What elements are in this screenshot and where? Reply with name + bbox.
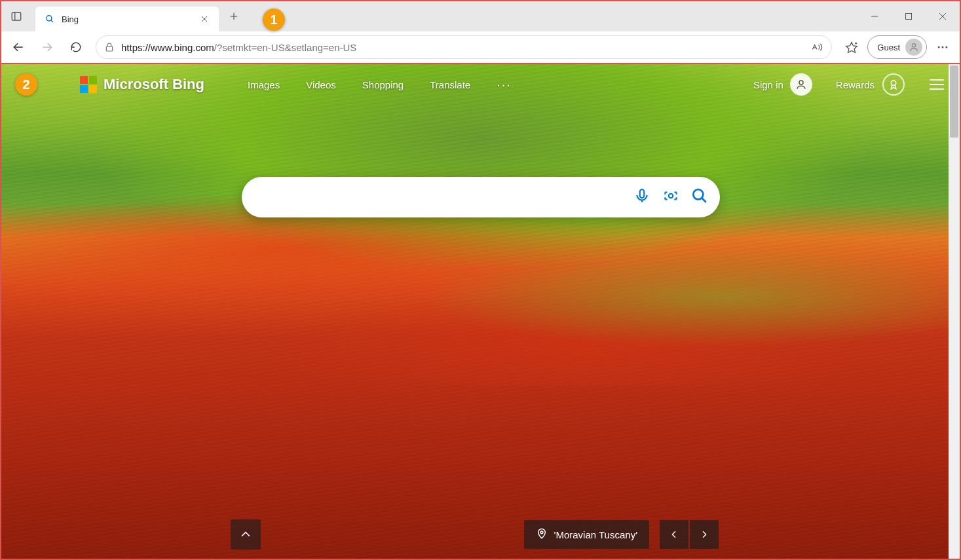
svg-rect-0 — [12, 12, 21, 20]
user-icon — [790, 73, 812, 96]
favorites-button[interactable] — [839, 34, 865, 60]
location-pin-icon — [536, 528, 548, 542]
more-button[interactable] — [930, 34, 956, 60]
annotation-marker-1: 1 — [263, 9, 285, 31]
svg-point-25 — [668, 194, 673, 198]
new-tab-button[interactable] — [224, 7, 244, 26]
search-box[interactable] — [242, 177, 720, 217]
svg-marker-15 — [846, 43, 857, 53]
close-tab-button[interactable] — [197, 11, 212, 27]
svg-point-26 — [693, 189, 703, 199]
svg-rect-24 — [639, 189, 644, 198]
bing-wordmark: Microsoft Bing — [104, 76, 204, 93]
browser-chrome: Bing https://www.bing.com/?setmk — [0, 0, 961, 64]
image-search-icon[interactable] — [662, 187, 679, 207]
tab-title: Bing — [62, 14, 190, 24]
bing-header: Microsoft Bing Images Videos Shopping Tr… — [1, 73, 948, 96]
tab-bar: Bing — [1, 1, 960, 31]
browser-tab[interactable]: Bing — [35, 7, 219, 31]
page-content: Microsoft Bing Images Videos Shopping Tr… — [0, 64, 961, 560]
prev-image-button[interactable] — [660, 520, 688, 549]
scope-shopping[interactable]: Shopping — [353, 75, 413, 94]
search-icons — [633, 187, 708, 207]
image-caption: 'Moravian Tuscany' — [554, 529, 637, 540]
vertical-scrollbar[interactable] — [949, 64, 960, 559]
rewards-button[interactable]: Rewards — [836, 73, 905, 96]
signin-label: Sign in — [753, 79, 783, 90]
svg-line-3 — [51, 20, 53, 22]
next-image-button[interactable] — [690, 520, 719, 549]
back-button[interactable] — [5, 34, 31, 60]
image-info-button[interactable]: 'Moravian Tuscany' — [524, 520, 649, 549]
svg-point-19 — [938, 47, 940, 48]
url-text: https://www.bing.com/?setmkt=en-US&setla… — [121, 42, 804, 53]
expand-up-button[interactable] — [231, 519, 261, 550]
svg-point-28 — [540, 531, 543, 533]
address-bar-row: https://www.bing.com/?setmkt=en-US&setla… — [1, 31, 960, 63]
scope-more-button[interactable]: ··· — [487, 77, 521, 92]
read-aloud-icon[interactable] — [810, 41, 823, 54]
scope-videos[interactable]: Videos — [297, 75, 345, 94]
profile-button[interactable]: Guest — [867, 35, 927, 59]
minimize-button[interactable] — [857, 1, 892, 31]
bottom-controls: 'Moravian Tuscany' — [1, 519, 948, 550]
signin-button[interactable]: Sign in — [753, 73, 812, 96]
lock-icon — [104, 42, 115, 52]
svg-point-21 — [945, 47, 947, 48]
svg-rect-14 — [106, 47, 112, 51]
address-bar[interactable]: https://www.bing.com/?setmkt=en-US&setla… — [96, 35, 832, 59]
svg-point-22 — [799, 81, 803, 84]
guest-label: Guest — [877, 43, 900, 52]
svg-point-2 — [47, 16, 52, 21]
rewards-label: Rewards — [836, 79, 875, 90]
svg-point-23 — [891, 81, 896, 86]
svg-line-27 — [702, 198, 706, 202]
forward-button[interactable] — [34, 34, 60, 60]
tab-actions-button[interactable] — [1, 1, 31, 31]
scrollbar-thumb[interactable] — [950, 65, 958, 138]
voice-search-icon[interactable] — [633, 187, 650, 207]
close-window-button[interactable] — [926, 1, 960, 31]
search-input[interactable] — [259, 191, 633, 204]
window-controls — [857, 1, 960, 31]
refresh-button[interactable] — [63, 34, 89, 60]
svg-point-18 — [912, 44, 915, 47]
maximize-button[interactable] — [892, 1, 926, 31]
svg-point-20 — [942, 47, 944, 48]
svg-rect-9 — [906, 14, 912, 20]
scope-images[interactable]: Images — [238, 75, 289, 94]
guest-avatar-icon — [905, 39, 922, 56]
microsoft-icon — [80, 76, 97, 93]
scope-translate[interactable]: Translate — [421, 75, 480, 94]
annotation-marker-2: 2 — [15, 73, 37, 96]
rewards-icon — [882, 73, 905, 96]
bing-logo[interactable]: Microsoft Bing — [80, 76, 204, 93]
search-submit-icon[interactable] — [691, 187, 708, 207]
hamburger-menu-button[interactable] — [926, 75, 948, 94]
search-icon — [45, 14, 55, 24]
image-nav — [660, 520, 719, 549]
background-image — [1, 64, 960, 559]
